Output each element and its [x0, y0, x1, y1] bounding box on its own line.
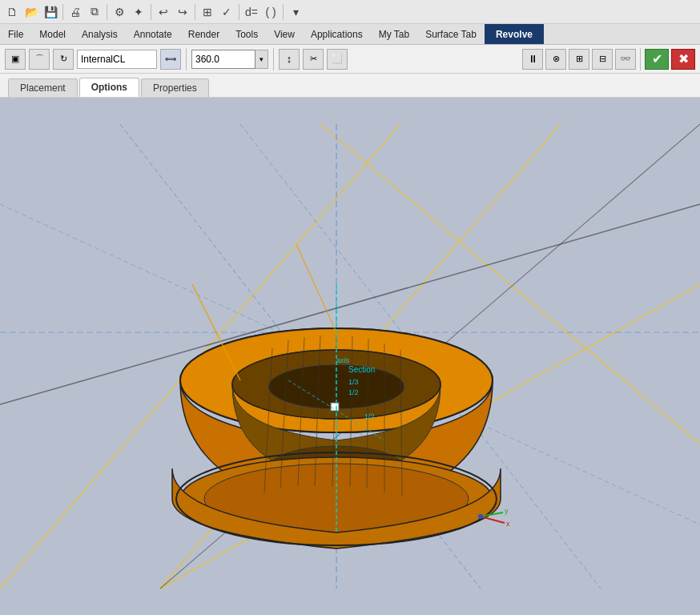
svg-text:x: x: [506, 520, 510, 528]
sketch-icon[interactable]: ⊞: [199, 3, 216, 21]
accept-button[interactable]: ✔: [645, 49, 669, 70]
more-icon[interactable]: ▾: [287, 3, 304, 21]
axis-direction-icon[interactable]: ⟺: [160, 49, 181, 70]
menu-analysis[interactable]: Analysis: [74, 24, 126, 44]
svg-text:axis: axis: [336, 356, 350, 364]
separator4: [195, 4, 195, 20]
menu-render[interactable]: Render: [180, 24, 227, 44]
settings-icon[interactable]: ⚙: [111, 3, 128, 21]
pause-button[interactable]: ⏸: [522, 49, 543, 70]
separator5: [239, 4, 239, 20]
3d-viewport[interactable]: Section 1/3 1/2 1/2 axis x y: [0, 98, 700, 615]
trim-icon[interactable]: ✂: [303, 49, 324, 70]
separator2: [107, 4, 107, 20]
right-controls: ⏸ ⊗ ⊞ ⊟ 👓 ✔ ✖: [522, 48, 695, 70]
undo-icon[interactable]: ↩: [155, 3, 172, 21]
cancel-button[interactable]: ✖: [671, 49, 695, 70]
svg-text:1/3: 1/3: [348, 378, 359, 386]
angle-input[interactable]: [191, 50, 255, 69]
svg-text:1/2: 1/2: [348, 388, 359, 396]
new-icon[interactable]: 🗋: [3, 3, 21, 21]
separator6: [283, 4, 284, 20]
stop-circle-icon[interactable]: ⊗: [545, 49, 566, 70]
tabs-row: Placement Options Properties: [0, 74, 700, 98]
scene-svg: Section 1/3 1/2 1/2 axis x y: [0, 98, 700, 615]
tab-options[interactable]: Options: [79, 78, 139, 97]
transform-icon[interactable]: ✦: [130, 3, 147, 21]
menu-model[interactable]: Model: [31, 24, 74, 44]
dimension-icon[interactable]: d=: [243, 3, 260, 21]
separator1: [62, 4, 63, 20]
menu-tools[interactable]: Tools: [227, 24, 266, 44]
formula-icon[interactable]: ( ): [262, 3, 280, 21]
menu-file[interactable]: File: [0, 24, 31, 44]
view-glasses-icon[interactable]: 👓: [615, 49, 636, 70]
menu-surfacetab[interactable]: Surface Tab: [417, 24, 485, 44]
svg-rect-32: [331, 403, 339, 411]
svg-point-43: [478, 514, 483, 519]
toolbar1: 🗋 📂 💾 🖨 ⧉ ⚙ ✦ ↩ ↪ ⊞ ✓ d= ( ) ▾: [0, 0, 700, 24]
arc-icon[interactable]: ⌒: [29, 49, 50, 70]
grid-view-icon2[interactable]: ⊟: [592, 49, 613, 70]
redo-icon[interactable]: ↪: [174, 3, 191, 21]
menu-annotate[interactable]: Annotate: [126, 24, 180, 44]
angle-input-group: ▾: [191, 50, 268, 69]
angle-dropdown-btn[interactable]: ▾: [255, 50, 268, 69]
sep-mid: [186, 48, 187, 70]
copy-icon[interactable]: ⧉: [86, 3, 103, 21]
menu-mytab[interactable]: My Tab: [371, 24, 417, 44]
flip-icon[interactable]: ↕: [279, 49, 300, 70]
tab-placement[interactable]: Placement: [8, 78, 78, 97]
svg-text:Section: Section: [348, 365, 375, 374]
menu-revolve[interactable]: Revolve: [485, 24, 544, 44]
corner-icon[interactable]: ⬜: [327, 49, 348, 70]
print-icon[interactable]: 🖨: [66, 3, 84, 21]
sketch-square-icon[interactable]: ▣: [5, 49, 26, 70]
sep-accept: [640, 48, 641, 70]
menu-applications[interactable]: Applications: [303, 24, 371, 44]
svg-text:y: y: [505, 507, 509, 515]
save-icon[interactable]: 💾: [42, 3, 59, 21]
revolve-cmd-icon[interactable]: ↻: [53, 49, 74, 70]
tab-properties[interactable]: Properties: [141, 78, 209, 97]
separator3: [151, 4, 151, 20]
open-icon[interactable]: 📂: [22, 3, 40, 21]
sketch-name-input[interactable]: [77, 50, 157, 69]
sep-right: [273, 48, 274, 70]
grid-view-icon1[interactable]: ⊞: [569, 49, 589, 70]
menu-view[interactable]: View: [266, 24, 303, 44]
menubar: File Model Analysis Annotate Render Tool…: [0, 24, 700, 45]
svg-text:1/2: 1/2: [364, 412, 375, 420]
check-icon[interactable]: ✓: [218, 3, 235, 21]
command-toolbar: ▣ ⌒ ↻ ⟺ ▾ ↕ ✂ ⬜ ⏸ ⊗ ⊞ ⊟ 👓 ✔ ✖: [0, 45, 700, 74]
